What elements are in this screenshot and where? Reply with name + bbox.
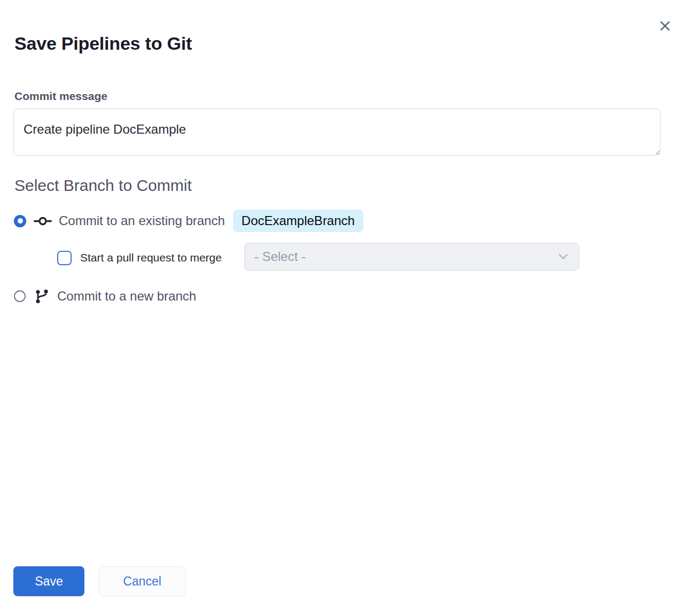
existing-branch-label: Commit to an existing branch <box>59 213 225 228</box>
pull-request-row: Start a pull request to merge <box>57 250 222 265</box>
git-branch-icon <box>34 288 49 305</box>
pull-request-checkbox[interactable] <box>57 251 72 265</box>
save-button[interactable]: Save <box>13 566 84 596</box>
close-icon <box>658 19 672 33</box>
page-title: Save Pipelines to Git <box>14 34 192 53</box>
commit-message-input[interactable]: Create pipeline DocExample <box>13 109 661 156</box>
existing-branch-radio[interactable] <box>14 215 26 227</box>
pull-request-label: Start a pull request to merge <box>80 251 222 264</box>
branch-name-badge: DocExampleBranch <box>233 210 363 232</box>
dialog-footer: Save Cancel <box>13 566 185 596</box>
select-branch-heading: Select Branch to Commit <box>14 176 192 194</box>
new-branch-option: Commit to a new branch <box>14 288 196 304</box>
new-branch-radio[interactable] <box>14 290 26 302</box>
merge-branch-select[interactable]: - Select - <box>244 243 579 271</box>
cancel-button[interactable]: Cancel <box>99 566 185 596</box>
close-button[interactable] <box>654 15 675 36</box>
git-commit-icon <box>34 215 52 227</box>
new-branch-label: Commit to a new branch <box>57 289 196 304</box>
commit-message-label: Commit message <box>14 90 107 102</box>
existing-branch-option: Commit to an existing branch DocExampleB… <box>14 209 363 233</box>
chevron-down-icon <box>558 253 568 260</box>
merge-select-placeholder: - Select - <box>254 249 306 264</box>
save-pipelines-dialog: Save Pipelines to Git Commit message Cre… <box>0 0 676 616</box>
radio-dot <box>18 218 23 224</box>
